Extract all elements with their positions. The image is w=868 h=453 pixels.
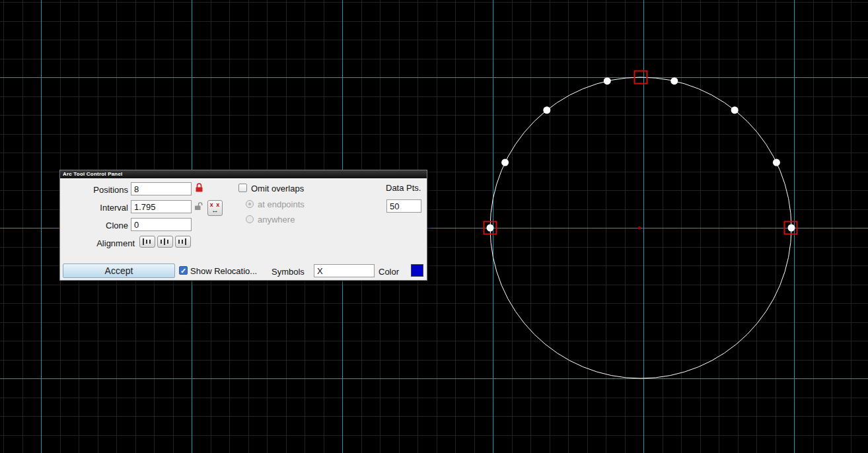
swap-x-button[interactable]: x x ↔ xyxy=(207,200,223,216)
lock-closed-icon[interactable] xyxy=(195,182,203,195)
positions-input[interactable] xyxy=(131,182,192,195)
symbols-input[interactable] xyxy=(314,264,375,277)
symbols-label: Symbols xyxy=(271,267,305,277)
at-endpoints-label: at endpoints xyxy=(258,199,305,209)
color-label: Color xyxy=(379,267,399,277)
arc-position-dot[interactable] xyxy=(543,106,550,114)
arc-position-dot[interactable] xyxy=(604,77,611,85)
show-relocation-checkbox[interactable]: ✓ xyxy=(179,266,188,275)
anywhere-label: anywhere xyxy=(258,215,295,225)
show-relocation-label: Show Relocatio... xyxy=(190,266,257,276)
arc-position-dot[interactable] xyxy=(487,225,494,232)
at-endpoints-radio[interactable] xyxy=(246,200,254,208)
clone-input[interactable] xyxy=(131,218,192,231)
color-swatch[interactable] xyxy=(411,264,423,277)
align-left-button[interactable] xyxy=(139,236,155,248)
alignment-label: Alignment xyxy=(60,238,135,248)
arc-center-marker xyxy=(638,226,641,229)
panel-titlebar[interactable]: Arc Tool Control Panel xyxy=(60,170,427,178)
omit-overlaps-checkbox[interactable] xyxy=(238,184,247,192)
arc-position-dot[interactable] xyxy=(501,159,509,166)
arc-position-dot[interactable] xyxy=(670,77,678,85)
align-center-button[interactable] xyxy=(157,236,173,248)
positions-label: Positions xyxy=(60,185,128,195)
data-pts-label: Data Pts. xyxy=(386,183,421,193)
arc-position-dot[interactable] xyxy=(788,225,795,232)
anywhere-radio[interactable] xyxy=(246,215,254,223)
align-center-icon xyxy=(160,238,170,246)
clone-label: Clone xyxy=(60,221,128,230)
omit-overlaps-label: Omit overlaps xyxy=(251,184,304,193)
interval-input[interactable] xyxy=(131,200,192,213)
lock-open-icon[interactable] xyxy=(194,201,203,214)
data-pts-input[interactable] xyxy=(386,199,421,213)
accept-button[interactable]: Accept xyxy=(63,263,175,278)
editor-stage: Arc Tool Control Panel Positions Interva… xyxy=(0,0,868,453)
align-left-icon xyxy=(142,238,153,246)
align-right-icon xyxy=(178,238,188,246)
interval-label: Interval xyxy=(60,203,128,213)
arc-tool-control-panel: Arc Tool Control Panel Positions Interva… xyxy=(59,170,427,281)
arc-position-dot[interactable] xyxy=(773,159,780,166)
left-right-arrow-icon: ↔ xyxy=(211,207,219,214)
align-right-button[interactable] xyxy=(175,236,191,248)
arc-position-dot[interactable] xyxy=(731,106,739,114)
